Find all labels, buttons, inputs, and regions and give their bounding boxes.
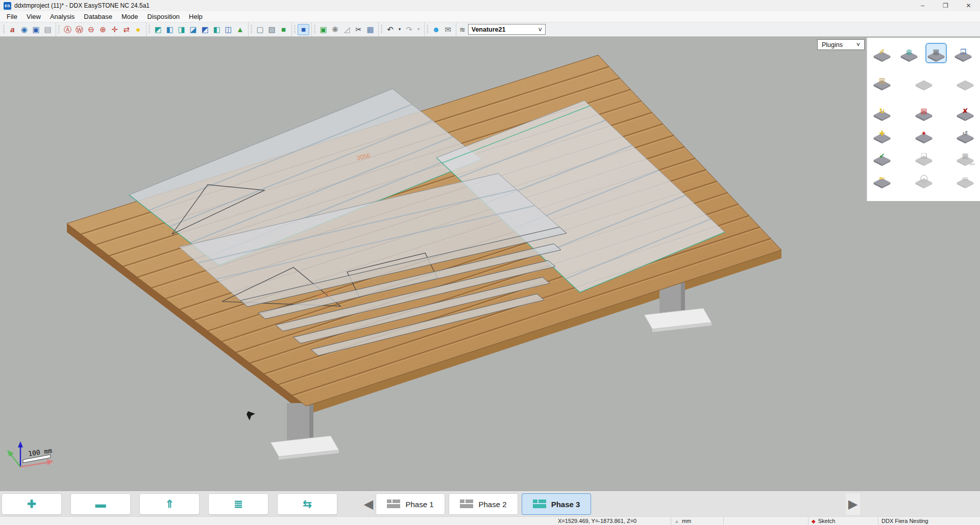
view-tree-button[interactable]: ▲ — [234, 24, 246, 35]
menu-disposition[interactable]: Disposition — [143, 12, 185, 21]
view-top-button[interactable]: ◧ — [211, 24, 223, 35]
pan-hand-button[interactable]: ✛ — [109, 24, 120, 35]
svg-text:▥: ▥ — [879, 76, 886, 84]
table-leg-front — [271, 403, 339, 460]
viewport-3d[interactable]: 3056 3078 100 mm ✐ ◍ ▦ ❒ ▥ — [0, 37, 980, 491]
close-button[interactable]: ✕ — [957, 0, 980, 11]
phase-next-chevron[interactable]: ▶ — [846, 493, 860, 515]
merge-phases-button[interactable]: ⇆ — [277, 493, 337, 515]
tab-phase-1[interactable]: Phase 1 — [376, 493, 445, 515]
delete-piece-plugin[interactable]: ✘ — [954, 102, 976, 122]
approve-slab-plugin[interactable]: ✔ — [871, 147, 893, 167]
svg-text:◯: ◯ — [920, 174, 927, 183]
tab-phase-3[interactable]: Phase 3 — [522, 493, 591, 515]
machine-layout-plugin[interactable]: ▭ — [954, 169, 976, 190]
auto-rotate-plugin[interactable]: ↻ — [871, 102, 893, 122]
add-phase-button[interactable]: ✚ — [2, 493, 62, 515]
tab-phase-2[interactable]: Phase 2 — [449, 493, 518, 515]
labels-plugin[interactable]: ❏ — [913, 147, 935, 167]
measure-button[interactable]: ◿ — [341, 24, 353, 35]
menu-view[interactable]: View — [22, 12, 45, 21]
status-mode: ◆ Sketch — [808, 517, 878, 525]
restore-button[interactable]: ❐ — [934, 0, 957, 11]
hint-bulb-button[interactable]: ● — [132, 24, 144, 35]
flip-direction-button[interactable]: ⇄ — [120, 24, 132, 35]
svg-text:✔: ✔ — [879, 152, 885, 160]
clamp-outline-plugin[interactable] — [954, 71, 976, 92]
undo-caret-button[interactable]: ▾ — [396, 24, 403, 35]
display-hidden-line-button[interactable]: ▨ — [266, 24, 278, 35]
print-button[interactable]: ▤ — [42, 24, 54, 35]
double-tray-plugin[interactable]: ▥ — [871, 71, 893, 92]
view-left-button[interactable]: ◧ — [164, 24, 176, 35]
open-project-button[interactable]: ◉ — [18, 24, 30, 35]
pair-pieces-plugin[interactable]: ◯ — [913, 169, 935, 190]
redo-caret-button[interactable]: ▾ — [415, 24, 422, 35]
svg-text:↻: ↻ — [879, 107, 885, 115]
veins-icon: ≋ — [459, 26, 465, 34]
menu-analysis[interactable]: Analysis — [45, 12, 79, 21]
menu-file[interactable]: File — [2, 12, 22, 21]
axis-indicator: 100 mm — [7, 441, 54, 467]
zoom-out-button[interactable]: ⊖ — [85, 24, 97, 35]
menu-help[interactable]: Help — [184, 12, 207, 21]
display-solid-button[interactable]: ■ — [298, 24, 309, 35]
chevron-down-icon: ˅ — [856, 41, 860, 48]
nesting-scene[interactable]: 3056 3078 100 mm — [0, 37, 980, 491]
nxm-grid-plugin[interactable]: ▦NXM — [954, 147, 976, 167]
phase-prev-chevron[interactable]: ◀ — [361, 493, 376, 515]
title-bar: ES ddxtmproject (11)* - DDX EasySTONE NC… — [0, 0, 980, 11]
analysis-weight-button[interactable]: Ⓦ — [74, 24, 85, 35]
tile-colors-plugin[interactable]: ▤ — [913, 102, 935, 122]
analysis-area-button[interactable]: Ⓐ — [62, 24, 74, 35]
send-mail-button[interactable]: ✉ — [442, 24, 454, 35]
svg-text:✦: ✦ — [921, 129, 926, 137]
export-phase-button[interactable]: ⇑ — [139, 493, 200, 515]
panel-grid-button[interactable]: ▦ — [364, 24, 376, 35]
snap-vertex-button[interactable]: ▣ — [317, 24, 329, 35]
app-icon: ES — [4, 2, 11, 10]
cut-pieces-button[interactable]: ✂ — [353, 24, 364, 35]
redo-button[interactable]: ↷ — [403, 24, 415, 35]
view-back-button[interactable]: ◩ — [199, 24, 211, 35]
save-project-button[interactable]: ▣ — [30, 24, 42, 35]
view-right-button[interactable]: ◨ — [176, 24, 187, 35]
display-shaded-button[interactable]: ■ — [278, 24, 289, 35]
texture-profile-value: Venature21 — [472, 26, 538, 33]
phase-list-button[interactable]: ≣ — [208, 493, 268, 515]
view-front-button[interactable]: ◪ — [187, 24, 199, 35]
red-clamps-plugin[interactable]: ✦ — [913, 124, 935, 145]
status-empty — [723, 517, 808, 525]
menu-mode[interactable]: Mode — [117, 12, 143, 21]
display-wireframe-button[interactable]: ▢ — [254, 24, 266, 35]
settings-gear-button[interactable]: ❋ — [329, 24, 341, 35]
vacuum-table-plugin[interactable]: ▦ — [925, 43, 947, 63]
add-supports-plugin[interactable]: ✚ — [871, 124, 893, 145]
plugins-dropdown[interactable]: Plugins ˅ — [817, 39, 865, 50]
slab-outline-plugin[interactable] — [913, 71, 935, 92]
svg-text:▭: ▭ — [962, 174, 969, 182]
new-document-button[interactable]: a — [7, 24, 18, 35]
undo-button[interactable]: ↶ — [384, 24, 396, 35]
sweep-table-plugin[interactable]: ✐ — [871, 43, 893, 63]
phase-label: Phase 2 — [478, 500, 506, 509]
view-bottom-button[interactable]: ◫ — [223, 24, 234, 35]
remove-phase-button[interactable]: ▬ — [70, 493, 131, 515]
menu-bar: FileViewAnalysisDatabaseModeDispositionH… — [0, 11, 980, 22]
view-iso-button[interactable]: ◩ — [152, 24, 164, 35]
phase-bar: ✚▬⇑≣⇆◀ Phase 1 Phase 2 Phase 3▶ — [0, 491, 980, 516]
recalculate-plugin[interactable]: ↺ — [954, 124, 976, 145]
user-account-button[interactable]: ☻ — [430, 24, 442, 35]
svg-text:❏: ❏ — [920, 152, 926, 160]
status-bar: X=1529.469, Y=-1873.861, Z=0 ▲ mm ◆ Sket… — [0, 516, 980, 525]
status-filler — [0, 517, 555, 525]
zoom-in-button[interactable]: ⊕ — [97, 24, 109, 35]
move-supports-plugin[interactable]: ⇐ — [871, 169, 893, 190]
status-coordinates: X=1529.469, Y=-1873.861, Z=0 — [555, 517, 671, 525]
menu-database[interactable]: Database — [79, 12, 117, 21]
svg-text:▤: ▤ — [920, 107, 927, 115]
saw-machine-plugin[interactable]: ◍ — [898, 43, 920, 63]
texture-profile-combo[interactable]: Venature21˅ — [468, 24, 546, 35]
minimize-button[interactable]: – — [911, 0, 934, 11]
machine-stack-plugin[interactable]: ❒ — [952, 43, 974, 63]
